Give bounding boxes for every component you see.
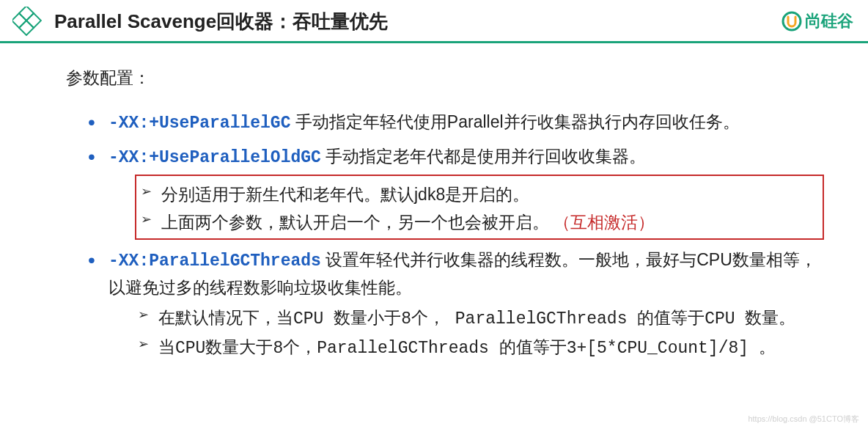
svg-rect-0	[19, 7, 34, 21]
brand-logo: 尚硅谷	[781, 10, 853, 32]
item-desc: 手动指定年轻代使用Parallel并行收集器执行内存回收任务。	[290, 112, 739, 131]
list-item: -XX:ParallelGCThreads 设置年轻代并行收集器的线程数。一般地…	[88, 247, 824, 362]
page-title: Parallel Scavenge回收器：吞吐量优先	[54, 9, 388, 34]
svg-rect-1	[12, 13, 26, 28]
slide-header: Parallel Scavenge回收器：吞吐量优先 尚硅谷	[0, 0, 868, 43]
sub-list: 分别适用于新生代和老年代。默认jdk8是开启的。 上面两个参数，默认开启一个，另…	[141, 182, 817, 235]
brand-text: 尚硅谷	[805, 10, 853, 32]
list-item: -XX:+UseParallelGC 手动指定年轻代使用Parallel并行收集…	[88, 109, 824, 137]
list-item: -XX:+UseParallelOldGC 手动指定老年代都是使用并行回收收集器…	[88, 144, 824, 240]
param-list: -XX:+UseParallelGC 手动指定年轻代使用Parallel并行收集…	[88, 109, 824, 362]
jvm-flag: -XX:+UseParallelOldGC	[108, 148, 321, 167]
svg-rect-2	[26, 13, 41, 28]
sub-item: 在默认情况下，当CPU 数量小于8个， ParallelGCThreads 的值…	[138, 305, 824, 333]
red-note: （互相激活）	[553, 213, 655, 232]
jvm-flag: -XX:+UseParallelGC	[108, 114, 290, 133]
sub-item: 分别适用于新生代和老年代。默认jdk8是开启的。	[141, 182, 817, 208]
sub-list: 在默认情况下，当CPU 数量小于8个， ParallelGCThreads 的值…	[138, 305, 824, 362]
highlight-box: 分别适用于新生代和老年代。默认jdk8是开启的。 上面两个参数，默认开启一个，另…	[135, 175, 824, 240]
item-desc: 手动指定老年代都是使用并行回收收集器。	[321, 147, 646, 166]
sub-item: 上面两个参数，默认开启一个，另一个也会被开启。 （互相激活）	[141, 210, 817, 236]
svg-rect-3	[19, 21, 34, 35]
section-label: 参数配置：	[66, 65, 824, 92]
logo-left-icon	[12, 6, 43, 37]
slide-content: 参数配置： -XX:+UseParallelGC 手动指定年轻代使用Parall…	[0, 43, 868, 384]
sub-item: 当CPU数量大于8个，ParallelGCThreads 的值等于3+[5*CP…	[138, 334, 824, 362]
jvm-flag: -XX:ParallelGCThreads	[108, 252, 321, 271]
brand-icon	[781, 11, 802, 32]
watermark: https://blog.csdn @51CTO博客	[748, 414, 859, 425]
